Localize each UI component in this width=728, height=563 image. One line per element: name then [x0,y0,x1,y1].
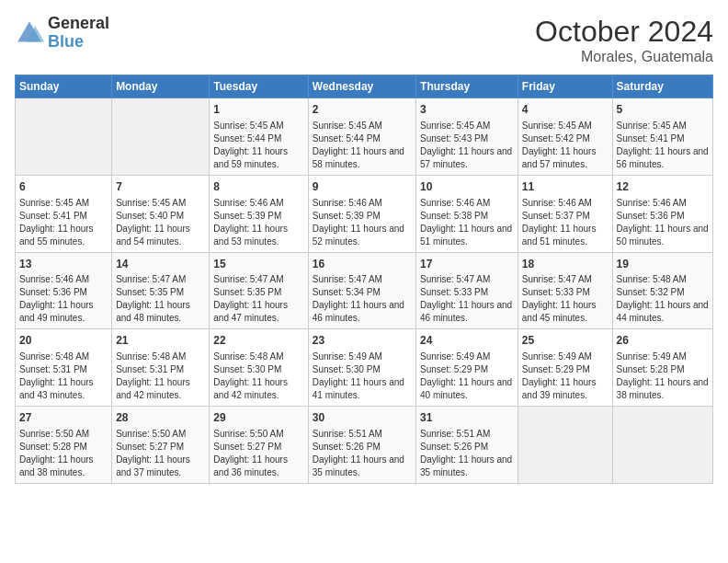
day-info: Sunrise: 5:46 AMSunset: 5:38 PMDaylight:… [420,197,514,248]
day-number: 4 [522,102,609,118]
day-number: 12 [617,179,709,195]
day-cell: 1Sunrise: 5:45 AMSunset: 5:44 PMDaylight… [210,98,308,176]
week-row-3: 13Sunrise: 5:46 AMSunset: 5:36 PMDayligh… [16,252,713,329]
day-info: Sunrise: 5:45 AMSunset: 5:41 PMDaylight:… [19,197,108,248]
day-cell: 26Sunrise: 5:49 AMSunset: 5:28 PMDayligh… [612,329,712,407]
day-info: Sunrise: 5:48 AMSunset: 5:31 PMDaylight:… [116,350,205,402]
day-number: 31 [420,410,514,426]
day-info: Sunrise: 5:48 AMSunset: 5:30 PMDaylight:… [213,350,303,402]
day-number: 9 [313,179,412,195]
day-cell: 5Sunrise: 5:45 AMSunset: 5:41 PMDaylight… [612,98,712,176]
header-saturday: Saturday [612,75,712,98]
header-wednesday: Wednesday [308,75,415,98]
day-info: Sunrise: 5:50 AMSunset: 5:27 PMDaylight:… [116,428,205,479]
day-info: Sunrise: 5:47 AMSunset: 5:34 PMDaylight:… [313,273,412,325]
title-block: October 2024 Morales, Guatemala [535,15,713,65]
day-info: Sunrise: 5:47 AMSunset: 5:33 PMDaylight:… [522,273,609,325]
day-info: Sunrise: 5:47 AMSunset: 5:35 PMDaylight:… [116,273,205,325]
day-cell: 19Sunrise: 5:48 AMSunset: 5:32 PMDayligh… [612,252,712,329]
day-info: Sunrise: 5:48 AMSunset: 5:31 PMDaylight:… [19,350,108,402]
day-cell: 9Sunrise: 5:46 AMSunset: 5:39 PMDaylight… [308,175,415,252]
day-cell: 23Sunrise: 5:49 AMSunset: 5:30 PMDayligh… [308,329,415,407]
day-number: 13 [19,257,108,272]
day-cell: 30Sunrise: 5:51 AMSunset: 5:26 PMDayligh… [308,407,415,484]
day-info: Sunrise: 5:46 AMSunset: 5:39 PMDaylight:… [213,197,303,248]
day-cell: 20Sunrise: 5:48 AMSunset: 5:31 PMDayligh… [16,329,112,407]
day-cell: 7Sunrise: 5:45 AMSunset: 5:40 PMDaylight… [112,175,210,252]
day-cell: 31Sunrise: 5:51 AMSunset: 5:26 PMDayligh… [416,407,518,484]
day-number: 11 [522,179,609,195]
day-info: Sunrise: 5:48 AMSunset: 5:32 PMDaylight:… [617,273,709,325]
day-number: 14 [116,257,205,272]
day-cell: 3Sunrise: 5:45 AMSunset: 5:43 PMDaylight… [416,98,518,176]
day-cell: 8Sunrise: 5:46 AMSunset: 5:39 PMDaylight… [210,175,308,252]
day-info: Sunrise: 5:46 AMSunset: 5:39 PMDaylight:… [313,197,412,248]
day-info: Sunrise: 5:46 AMSunset: 5:37 PMDaylight:… [522,197,609,248]
day-cell: 28Sunrise: 5:50 AMSunset: 5:27 PMDayligh… [112,407,210,484]
day-cell [518,407,612,484]
day-cell: 24Sunrise: 5:49 AMSunset: 5:29 PMDayligh… [416,329,518,407]
day-cell [16,98,112,176]
day-number: 19 [617,257,709,272]
day-number: 10 [420,179,514,195]
day-number: 7 [116,179,205,195]
day-cell: 10Sunrise: 5:46 AMSunset: 5:38 PMDayligh… [416,175,518,252]
day-cell: 16Sunrise: 5:47 AMSunset: 5:34 PMDayligh… [308,252,415,329]
day-info: Sunrise: 5:47 AMSunset: 5:33 PMDaylight:… [420,273,514,325]
day-info: Sunrise: 5:51 AMSunset: 5:26 PMDaylight:… [313,428,412,479]
day-number: 22 [213,333,303,349]
day-info: Sunrise: 5:51 AMSunset: 5:26 PMDaylight:… [420,428,514,479]
day-number: 21 [116,333,205,349]
week-row-4: 20Sunrise: 5:48 AMSunset: 5:31 PMDayligh… [16,329,713,407]
day-number: 26 [617,333,709,349]
day-cell: 15Sunrise: 5:47 AMSunset: 5:35 PMDayligh… [210,252,308,329]
day-cell: 12Sunrise: 5:46 AMSunset: 5:36 PMDayligh… [612,175,712,252]
day-info: Sunrise: 5:49 AMSunset: 5:29 PMDaylight:… [420,350,514,402]
day-info: Sunrise: 5:45 AMSunset: 5:43 PMDaylight:… [420,120,514,171]
day-number: 1 [213,102,303,118]
header-monday: Monday [112,75,210,98]
week-row-1: 1Sunrise: 5:45 AMSunset: 5:44 PMDaylight… [16,98,713,176]
day-info: Sunrise: 5:45 AMSunset: 5:40 PMDaylight:… [116,197,205,248]
day-info: Sunrise: 5:49 AMSunset: 5:30 PMDaylight:… [313,350,412,402]
day-info: Sunrise: 5:46 AMSunset: 5:36 PMDaylight:… [617,197,709,248]
day-cell: 2Sunrise: 5:45 AMSunset: 5:44 PMDaylight… [308,98,415,176]
calendar-header-row: SundayMondayTuesdayWednesdayThursdayFrid… [16,75,713,98]
day-cell: 4Sunrise: 5:45 AMSunset: 5:42 PMDaylight… [518,98,612,176]
day-cell: 11Sunrise: 5:46 AMSunset: 5:37 PMDayligh… [518,175,612,252]
day-cell: 25Sunrise: 5:49 AMSunset: 5:29 PMDayligh… [518,329,612,407]
day-cell: 6Sunrise: 5:45 AMSunset: 5:41 PMDaylight… [16,175,112,252]
header-friday: Friday [518,75,612,98]
day-info: Sunrise: 5:45 AMSunset: 5:44 PMDaylight:… [313,120,412,171]
day-number: 30 [313,410,412,426]
month-title: October 2024 [535,15,713,49]
header-sunday: Sunday [16,75,112,98]
day-number: 16 [313,257,412,272]
day-cell: 14Sunrise: 5:47 AMSunset: 5:35 PMDayligh… [112,252,210,329]
logo-icon [15,18,44,48]
logo-line1: General [48,15,109,33]
day-number: 18 [522,257,609,272]
day-number: 25 [522,333,609,349]
day-number: 6 [19,179,108,195]
day-cell: 22Sunrise: 5:48 AMSunset: 5:30 PMDayligh… [210,329,308,407]
day-cell: 21Sunrise: 5:48 AMSunset: 5:31 PMDayligh… [112,329,210,407]
day-info: Sunrise: 5:45 AMSunset: 5:44 PMDaylight:… [213,120,303,171]
day-cell: 17Sunrise: 5:47 AMSunset: 5:33 PMDayligh… [416,252,518,329]
day-cell [612,407,712,484]
day-number: 17 [420,257,514,272]
day-number: 20 [19,333,108,349]
day-number: 3 [420,102,514,118]
location-title: Morales, Guatemala [535,49,713,65]
day-info: Sunrise: 5:50 AMSunset: 5:28 PMDaylight:… [19,428,108,479]
day-number: 27 [19,410,108,426]
day-info: Sunrise: 5:49 AMSunset: 5:28 PMDaylight:… [617,350,709,402]
logo: General Blue [15,15,109,52]
header-thursday: Thursday [416,75,518,98]
day-number: 15 [213,257,303,272]
day-info: Sunrise: 5:46 AMSunset: 5:36 PMDaylight:… [19,273,108,325]
calendar-table: SundayMondayTuesdayWednesdayThursdayFrid… [15,75,713,484]
header-tuesday: Tuesday [210,75,308,98]
page-header: General Blue October 2024 Morales, Guate… [15,15,713,65]
day-info: Sunrise: 5:45 AMSunset: 5:42 PMDaylight:… [522,120,609,171]
